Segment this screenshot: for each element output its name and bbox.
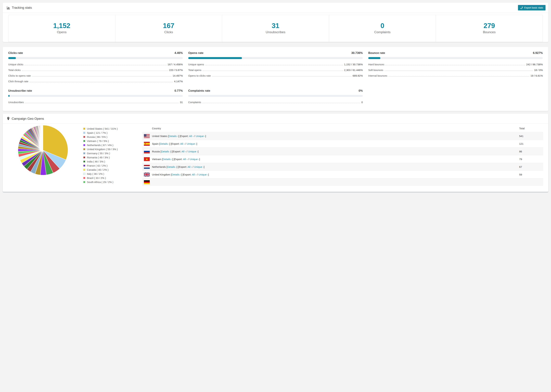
geo-row-country-text: Vietnam [Details ›] [Export: All › / Uni… <box>152 158 200 161</box>
legend-marker <box>83 161 85 163</box>
rate-title: Complaints rate <box>188 89 210 92</box>
stat-value: 279 <box>436 22 543 29</box>
legend-item-brazil[interactable]: Brazil ( 33 / 2% ) <box>83 176 142 179</box>
details-link[interactable]: Details › <box>160 142 170 145</box>
geo-table-row-spain: Spain [Details ›] [Export: All › / Uniqu… <box>142 140 543 147</box>
legend-marker <box>83 181 85 183</box>
dotted-leader <box>24 65 166 65</box>
geo-header: Campaign Geo Opens <box>3 114 548 123</box>
geo-pie-wrap <box>3 125 83 186</box>
export-unique-link[interactable]: Unique › <box>187 142 197 145</box>
dotted-leader <box>32 76 171 77</box>
de-flag-icon <box>144 180 150 184</box>
legend-marker <box>83 144 85 146</box>
legend-label: Brazil ( 33 / 2% ) <box>87 176 106 179</box>
geo-row-country-text: United States [Details ›] [Export: All ›… <box>152 135 206 138</box>
country-name: Vietnam <box>152 158 162 161</box>
gb-flag-icon <box>144 173 150 176</box>
legend-item-romania[interactable]: Romania ( 49 / 3% ) <box>83 156 142 159</box>
legend-item-netherlands[interactable]: Netherlands ( 67 / 4% ) <box>83 144 142 147</box>
geo-row-total: 541 <box>519 135 543 138</box>
country-name: Netherlands <box>152 165 167 168</box>
geo-row-country-text: Russia [Details ›] [Export: All › / Uniq… <box>152 150 198 153</box>
rate-stat-row: Click through rate4.147% <box>8 80 183 83</box>
geo-table-row-clipped <box>142 178 543 186</box>
rate-stat-row: Opens to clicks rate689.82% <box>188 74 363 77</box>
geo-row-country-cell: United States [Details ›] [Export: All ›… <box>144 134 519 138</box>
export-all-link[interactable]: All › <box>180 142 185 145</box>
legend-label: South Africa ( 29 / 2% ) <box>87 181 113 183</box>
rate-stat-row: Total clicks220 / 5.87% <box>8 68 183 72</box>
tracking-stats-title-text: Tracking stats <box>12 6 32 10</box>
legend-label: Netherlands ( 67 / 4% ) <box>87 144 113 147</box>
geo-row-country-cell: Russia [Details ›] [Export: All › / Uniq… <box>144 149 519 154</box>
geo-opens-pie-chart[interactable] <box>17 125 69 176</box>
geo-row-country-text: United Kingdom [Details ›] [Export: All … <box>152 173 209 176</box>
legend-item-italy[interactable]: Italy ( 36 / 2% ) <box>83 172 142 175</box>
stat-label: Unsubscribes <box>222 30 329 34</box>
progress-bar-fill <box>368 57 380 59</box>
rate-row-value: 4.147% <box>174 80 183 83</box>
legend-label: United Kingdom ( 59 / 3% ) <box>87 148 118 151</box>
geo-row-total: 86 <box>519 150 543 153</box>
rate-row-label: Unique opens <box>188 63 204 66</box>
details-link[interactable]: Details › <box>172 173 181 176</box>
geo-content: United States ( 541 / 31% )Spain ( 121 /… <box>3 124 548 186</box>
details-link[interactable]: Details › <box>161 150 171 153</box>
details-link[interactable]: Details › <box>169 135 178 138</box>
rate-head: Clicks rate4.46% <box>8 51 183 55</box>
bracket: / <box>194 135 196 138</box>
rate-block-opens-rate: Opens rate30.736%Unique opens1,152 / 30.… <box>188 51 363 83</box>
geo-table-row-united-states: United States [Details ›] [Export: All ›… <box>142 132 543 140</box>
bracket: ] <box>204 165 205 168</box>
geo-row-country-text: Netherlands [Details ›] [Export: All › /… <box>152 165 205 168</box>
legend-marker <box>83 173 85 175</box>
rate-stat-row: Unsubscribes31 <box>8 101 183 104</box>
export-all-link[interactable]: All › <box>192 173 196 176</box>
rate-row-value: 31 <box>180 101 183 104</box>
details-link[interactable]: Details › <box>163 158 172 161</box>
rate-row-label: Hard bounces <box>368 63 384 66</box>
export-basic-stats-button[interactable]: Export basic stats <box>518 5 546 10</box>
legend-marker <box>83 177 85 179</box>
legend-item-canada[interactable]: Canada ( 40 / 2% ) <box>83 168 142 171</box>
export-unique-link[interactable]: Unique › <box>196 135 205 138</box>
rate-head: Unsubscribe rate0.77% <box>8 89 183 92</box>
rate-value: 30.736% <box>351 51 363 55</box>
legend-item-france[interactable]: France ( 42 / 2% ) <box>83 164 142 167</box>
rate-row-label: Opens to clicks rate <box>188 74 211 77</box>
legend-item-united-states[interactable]: United States ( 541 / 31% ) <box>83 127 142 130</box>
bracket: ] <box>197 142 197 145</box>
legend-item-russia[interactable]: Russia ( 86 / 5% ) <box>83 135 142 138</box>
export-all-link[interactable]: All › <box>188 165 192 168</box>
details-link[interactable]: Details › <box>167 165 177 168</box>
legend-item-vietnam[interactable]: Vietnam ( 79 / 5% ) <box>83 140 142 142</box>
export-all-link[interactable]: All › <box>189 135 194 138</box>
legend-marker <box>83 156 85 159</box>
legend-item-spain[interactable]: Spain ( 121 / 7% ) <box>83 131 142 134</box>
export-all-link[interactable]: All › <box>183 158 188 161</box>
export-button-label: Export basic stats <box>524 6 543 9</box>
export-unique-link[interactable]: Unique › <box>198 173 208 176</box>
rates-grid: Clicks rate4.46%Unique clicks167 / 4.456… <box>3 47 548 111</box>
legend-item-united-kingdom[interactable]: United Kingdom ( 59 / 3% ) <box>83 148 142 151</box>
legend-item-south-africa[interactable]: South Africa ( 29 / 2% ) <box>83 181 142 183</box>
us-flag-icon <box>144 134 150 138</box>
bracket: / <box>187 158 190 161</box>
geo-title: Campaign Geo Opens <box>12 117 44 121</box>
legend-item-germany[interactable]: Germany ( 55 / 3% ) <box>83 152 142 155</box>
dotted-leader <box>203 71 343 71</box>
rate-row-value: 14.497% <box>173 74 183 77</box>
rate-title: Opens rate <box>188 51 204 55</box>
progress-bar-fill <box>8 95 10 97</box>
legend-item-india[interactable]: India ( 46 / 3% ) <box>83 160 142 163</box>
export-unique-link[interactable]: Unique › <box>190 158 199 161</box>
export-unique-link[interactable]: Unique › <box>188 150 198 153</box>
export-all-link[interactable]: All › <box>182 150 186 153</box>
export-unique-link[interactable]: Unique › <box>194 165 204 168</box>
bracket: ] [Export: <box>181 173 192 176</box>
progress-bar <box>188 95 363 97</box>
geo-table-header: Country Total <box>142 125 543 132</box>
stat-cell-clicks: 167Clicks <box>115 15 222 42</box>
stat-value: 167 <box>115 22 222 29</box>
